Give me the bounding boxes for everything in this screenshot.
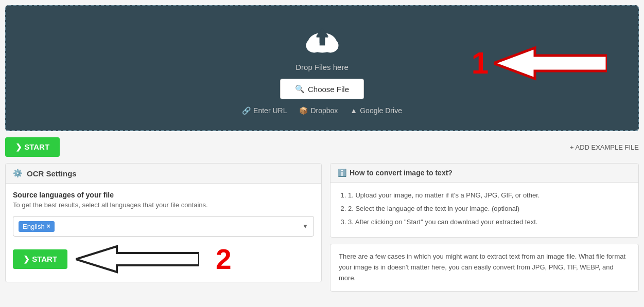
- start-button-top[interactable]: ❯ START: [5, 137, 60, 157]
- how-to-steps-list: 1. Upload your image, no matter if it's …: [339, 190, 630, 228]
- step-3: 3. After clicking on "Start" you can dow…: [348, 216, 630, 228]
- ocr-settings-panel: ⚙️ OCR Settings Source languages of your…: [5, 163, 322, 282]
- english-tag: English ×: [19, 221, 55, 232]
- start-label-top: ❯ START: [15, 142, 49, 152]
- how-to-header: ℹ️ How to convert image to text?: [330, 164, 638, 183]
- how-to-box: ℹ️ How to convert image to text? 1. Uplo…: [330, 163, 639, 238]
- start-label-bottom: ❯ START: [23, 255, 57, 264]
- start-button-bottom[interactable]: ❯ START: [13, 249, 67, 269]
- toolbar-row: ❯ START + ADD EXAMPLE FILE: [5, 137, 639, 157]
- red-arrow-icon: [494, 45, 607, 81]
- info-icon: ℹ️: [338, 169, 346, 177]
- dropbox-link[interactable]: 📦 Dropbox: [299, 106, 338, 115]
- enter-url-link[interactable]: 🔗 Enter URL: [242, 106, 287, 115]
- how-to-title: How to convert image to text?: [350, 169, 452, 177]
- ocr-settings-title: OCR Settings: [27, 169, 77, 178]
- google-drive-icon: ▲: [350, 106, 357, 115]
- language-tags: English ×: [19, 221, 302, 232]
- dropbox-icon: 📦: [299, 106, 308, 115]
- annotation-1: 1: [472, 45, 607, 81]
- svg-marker-8: [76, 246, 199, 272]
- choose-file-label: Choose File: [308, 85, 349, 94]
- how-to-body: 1. Upload your image, no matter if it's …: [330, 183, 638, 237]
- ocr-settings-header: ⚙️ OCR Settings: [6, 164, 321, 184]
- black-arrow-icon: [76, 244, 199, 275]
- add-example-link[interactable]: + ADD EXAMPLE FILE: [570, 143, 639, 151]
- drop-zone: Drop Files here 🔍 Choose File 🔗 Enter UR…: [5, 5, 639, 131]
- right-panel: ℹ️ How to convert image to text? 1. Uplo…: [330, 163, 639, 292]
- remove-english-tag[interactable]: ×: [47, 223, 50, 230]
- info-text-box: There are a few cases in which you might…: [330, 244, 639, 291]
- choose-file-button[interactable]: 🔍 Choose File: [280, 79, 364, 99]
- source-lang-desc: To get the best results, select all lang…: [13, 201, 314, 209]
- step-2: 2. Select the language of the text in yo…: [348, 203, 630, 214]
- chevron-down-icon: ▼: [302, 223, 308, 230]
- info-text-body: There are a few cases in which you might…: [339, 252, 625, 282]
- step-1: 1. Upload your image, no matter if it's …: [348, 190, 630, 201]
- ocr-settings-body: Source languages of your file To get the…: [6, 184, 321, 282]
- url-options: 🔗 Enter URL 📦 Dropbox ▲ Google Drive: [16, 106, 628, 115]
- upload-cloud-icon: [304, 22, 340, 58]
- link-icon: 🔗: [242, 106, 251, 115]
- language-select[interactable]: English × ▼: [13, 216, 314, 237]
- svg-marker-7: [494, 48, 607, 79]
- bottom-toolbar: ❯ START 2: [13, 244, 314, 275]
- main-content: ⚙️ OCR Settings Source languages of your…: [5, 163, 639, 292]
- search-icon: 🔍: [295, 84, 305, 94]
- page-wrapper: Drop Files here 🔍 Choose File 🔗 Enter UR…: [0, 0, 644, 297]
- svg-marker-6: [316, 28, 328, 38]
- annotation-number-1: 1: [472, 48, 489, 79]
- gear-icon: ⚙️: [13, 169, 23, 178]
- annotation-number-2: 2: [216, 245, 232, 274]
- google-drive-link[interactable]: ▲ Google Drive: [350, 106, 402, 115]
- source-lang-title: Source languages of your file: [13, 191, 314, 199]
